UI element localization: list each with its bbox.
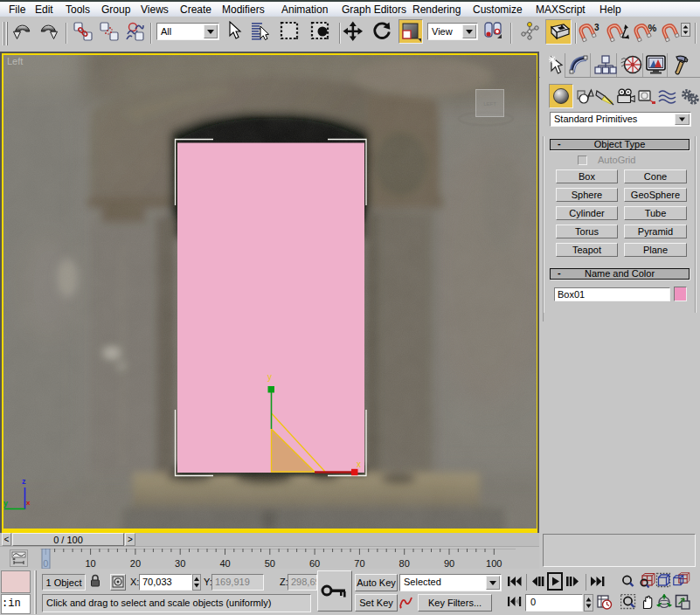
svg-text:x: x [357, 460, 361, 469]
svg-text:y: y [3, 499, 8, 508]
svg-text:x: x [26, 499, 31, 507]
svg-text:10: 10 [85, 558, 95, 569]
svg-text:%: % [648, 23, 657, 33]
svg-text:y: y [267, 372, 272, 382]
svg-text:100: 100 [486, 558, 502, 569]
svg-text:60: 60 [309, 558, 320, 569]
svg-text:50: 50 [265, 558, 275, 569]
svg-text:90: 90 [444, 558, 454, 569]
svg-text:z: z [22, 477, 26, 486]
svg-text:20: 20 [130, 558, 141, 569]
svg-text:3: 3 [594, 23, 600, 32]
svg-text:70: 70 [354, 558, 364, 569]
svg-text:30: 30 [175, 558, 185, 569]
svg-text:80: 80 [399, 558, 410, 569]
svg-text:40: 40 [219, 558, 230, 569]
svg-text:Left: Left [7, 56, 23, 66]
